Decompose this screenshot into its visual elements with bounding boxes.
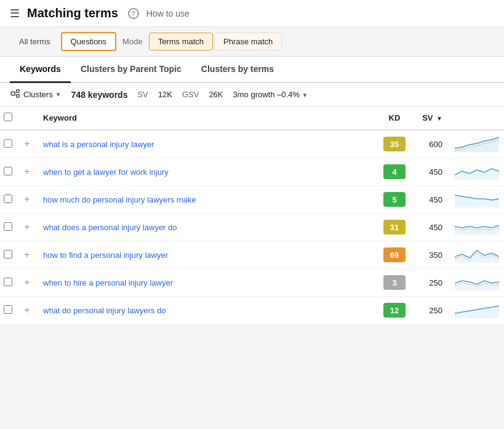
row-sv-cell: 450 bbox=[413, 158, 450, 186]
clusters-button[interactable]: Clusters ▼ bbox=[10, 88, 62, 101]
kd-badge: 12 bbox=[383, 303, 406, 318]
header-checkbox-cell bbox=[0, 106, 18, 130]
add-keyword-button[interactable]: + bbox=[24, 249, 30, 260]
row-chart-cell bbox=[450, 297, 504, 324]
row-checkbox[interactable] bbox=[4, 139, 12, 148]
add-keyword-button[interactable]: + bbox=[24, 194, 30, 204]
kd-badge: 35 bbox=[383, 137, 406, 151]
keyword-link[interactable]: what is a personal injury lawyer bbox=[43, 140, 154, 149]
sparkline-chart bbox=[455, 190, 499, 207]
row-keyword-cell: what is a personal injury lawyer bbox=[36, 130, 376, 158]
add-keyword-button[interactable]: + bbox=[24, 222, 30, 232]
stat-growth: 3mo growth –0.4% ▼ bbox=[233, 90, 308, 99]
table-row: + how much do personal injury lawyers ma… bbox=[0, 186, 504, 214]
table-row: + what does a personal injury lawyer do … bbox=[0, 214, 504, 241]
sv-sort-arrow: ▼ bbox=[436, 115, 442, 122]
row-chart-cell bbox=[450, 269, 504, 297]
row-add-cell: + bbox=[18, 158, 36, 186]
table-header-row: Keyword KD SV ▼ bbox=[0, 106, 504, 130]
add-keyword-button[interactable]: + bbox=[24, 277, 30, 287]
table-row: + what is a personal injury lawyer 35 60… bbox=[0, 130, 504, 158]
how-to-use-link[interactable]: How to use bbox=[146, 9, 190, 18]
row-keyword-cell: how much do personal injury lawyers make bbox=[36, 186, 376, 214]
stat-gsv-label: GSV bbox=[182, 90, 199, 99]
kd-badge: 3 bbox=[383, 275, 406, 290]
row-checkbox[interactable] bbox=[4, 194, 12, 203]
sparkline-chart bbox=[455, 246, 499, 263]
svg-marker-7 bbox=[455, 195, 499, 207]
row-keyword-cell: when to hire a personal injury lawyer bbox=[36, 269, 376, 297]
row-chart-cell bbox=[450, 186, 504, 214]
row-add-cell: + bbox=[18, 269, 36, 297]
row-checkbox[interactable] bbox=[4, 278, 12, 286]
sparkline-chart bbox=[455, 218, 499, 235]
row-checkbox[interactable] bbox=[4, 305, 12, 314]
secondary-nav: Keywords Clusters by Parent Topic Cluste… bbox=[0, 57, 504, 83]
sparkline-chart bbox=[455, 135, 499, 152]
stat-keywords-count: 748 keywords bbox=[71, 90, 128, 100]
header-kd[interactable]: KD bbox=[376, 106, 413, 130]
row-checkbox-cell bbox=[0, 214, 18, 241]
svg-point-2 bbox=[17, 95, 20, 98]
filter-tab-all-terms[interactable]: All terms bbox=[10, 33, 60, 50]
row-kd-cell: 69 bbox=[376, 241, 413, 269]
add-keyword-button[interactable]: + bbox=[24, 305, 30, 315]
select-all-checkbox[interactable] bbox=[4, 113, 12, 121]
row-add-cell: + bbox=[18, 186, 36, 214]
clusters-icon bbox=[10, 88, 21, 101]
row-sv-cell: 450 bbox=[413, 214, 450, 241]
add-keyword-button[interactable]: + bbox=[24, 138, 30, 149]
stat-sv-value: 12K bbox=[158, 90, 172, 99]
menu-icon[interactable]: ☰ bbox=[10, 7, 20, 20]
row-checkbox-cell bbox=[0, 130, 18, 158]
stat-gsv-value: 26K bbox=[209, 90, 223, 99]
keyword-link[interactable]: what do personal injury lawyers do bbox=[43, 306, 166, 315]
help-icon[interactable]: ? bbox=[128, 8, 139, 19]
row-checkbox-cell bbox=[0, 241, 18, 269]
svg-marker-10 bbox=[455, 281, 499, 291]
clusters-dropdown-arrow: ▼ bbox=[55, 91, 62, 98]
tab-clusters-terms[interactable]: Clusters by terms bbox=[191, 57, 284, 83]
stat-sv-label: SV bbox=[137, 90, 148, 99]
svg-point-0 bbox=[11, 92, 15, 95]
row-add-cell: + bbox=[18, 214, 36, 241]
row-checkbox[interactable] bbox=[4, 167, 12, 175]
growth-dropdown-arrow: ▼ bbox=[302, 92, 308, 98]
kd-badge: 4 bbox=[383, 164, 406, 179]
tab-keywords[interactable]: Keywords bbox=[10, 57, 71, 83]
header-chart bbox=[450, 106, 504, 130]
sparkline-chart bbox=[455, 273, 499, 291]
row-checkbox[interactable] bbox=[4, 250, 12, 259]
header-add-cell bbox=[18, 106, 36, 130]
phrase-match-button[interactable]: Phrase match bbox=[214, 33, 282, 50]
keywords-table: Keyword KD SV ▼ + what is a personal inj… bbox=[0, 106, 504, 324]
stats-bar: Clusters ▼ 748 keywords SV 12K GSV 26K 3… bbox=[0, 83, 504, 106]
row-kd-cell: 3 bbox=[376, 269, 413, 297]
row-sv-cell: 350 bbox=[413, 241, 450, 269]
svg-line-3 bbox=[15, 92, 17, 93]
keyword-link[interactable]: what does a personal injury lawyer do bbox=[43, 223, 177, 232]
row-add-cell: + bbox=[18, 241, 36, 269]
clusters-label: Clusters bbox=[23, 90, 53, 99]
row-chart-cell bbox=[450, 241, 504, 269]
mode-label: Mode bbox=[118, 33, 148, 50]
tab-clusters-parent[interactable]: Clusters by Parent Topic bbox=[71, 57, 191, 83]
terms-match-button[interactable]: Terms match bbox=[149, 33, 213, 50]
row-checkbox-cell bbox=[0, 158, 18, 186]
table-row: + what do personal injury lawyers do 12 … bbox=[0, 297, 504, 324]
svg-line-4 bbox=[15, 95, 17, 96]
keyword-link[interactable]: how much do personal injury lawyers make bbox=[43, 195, 196, 204]
keyword-link[interactable]: when to get a lawyer for work injury bbox=[43, 167, 169, 177]
row-keyword-cell: when to get a lawyer for work injury bbox=[36, 158, 376, 186]
row-sv-cell: 450 bbox=[413, 186, 450, 214]
kd-badge: 31 bbox=[383, 220, 406, 235]
row-keyword-cell: how to find a personal injury lawyer bbox=[36, 241, 376, 269]
table-row: + when to hire a personal injury lawyer … bbox=[0, 269, 504, 297]
header-sv[interactable]: SV ▼ bbox=[413, 106, 450, 130]
keyword-link[interactable]: when to hire a personal injury lawyer bbox=[43, 278, 173, 287]
keyword-link[interactable]: how to find a personal injury lawyer bbox=[43, 251, 168, 260]
filter-row: All terms Questions Mode Terms match Phr… bbox=[0, 27, 504, 57]
filter-tab-questions[interactable]: Questions bbox=[61, 32, 117, 51]
row-checkbox[interactable] bbox=[4, 222, 12, 231]
add-keyword-button[interactable]: + bbox=[24, 166, 30, 177]
